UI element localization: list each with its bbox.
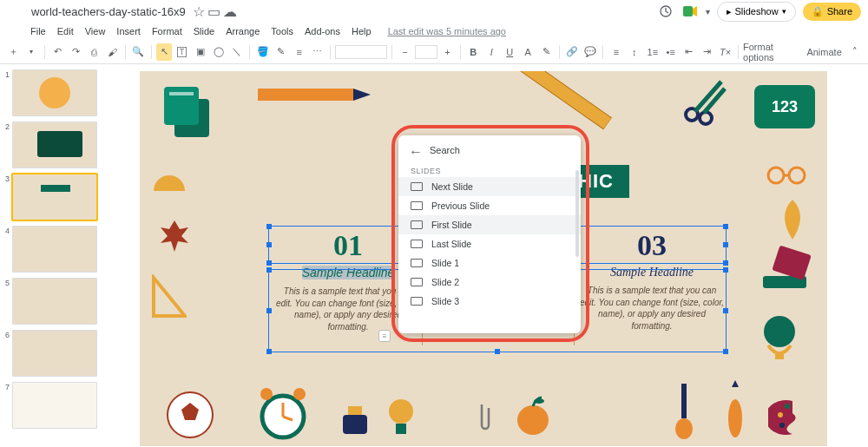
align-button[interactable]: ≡ <box>608 43 624 61</box>
slide-icon <box>411 182 423 191</box>
link-button[interactable]: 🔗 <box>564 43 581 61</box>
shape-tool[interactable]: ◯ <box>210 43 227 61</box>
underline-button[interactable]: U <box>502 43 518 61</box>
star-icon[interactable]: ☆ <box>194 6 204 16</box>
menu-addons[interactable]: Add-ons <box>305 26 340 36</box>
thumb-7[interactable] <box>12 382 97 429</box>
border-dash-button[interactable]: ⋯ <box>309 43 326 61</box>
slideshow-button[interactable]: ▸ Slideshow ▾ <box>717 2 796 22</box>
menu-insert[interactable]: Insert <box>116 26 141 36</box>
doc-title[interactable]: world-teachers-day-static-16x9 <box>31 5 186 18</box>
menu-arrange[interactable]: Arrange <box>226 26 260 36</box>
thumb-4[interactable] <box>12 226 97 273</box>
menu-format[interactable]: Format <box>152 26 182 36</box>
thumb-3[interactable] <box>12 174 97 220</box>
print-button[interactable]: ⎙ <box>86 43 102 61</box>
font-size-plus[interactable]: + <box>439 43 456 61</box>
protractor-icon <box>152 158 187 193</box>
animate-button[interactable]: Animate <box>806 47 841 57</box>
highlight-button[interactable]: ✎ <box>538 43 555 61</box>
toolbar-chevron-up-icon[interactable]: ˄ <box>847 43 863 61</box>
thumb-number: 7 <box>3 382 12 429</box>
zoom-button[interactable]: 🔍 <box>130 43 147 61</box>
thumb-2[interactable] <box>12 122 97 168</box>
menu-help[interactable]: Help <box>352 26 372 36</box>
ruler-triangle-icon <box>152 274 187 318</box>
meet-dropdown-icon[interactable]: ▾ <box>706 7 710 16</box>
alarm-clock-icon <box>253 382 313 443</box>
fill-color-button[interactable]: 🪣 <box>254 43 271 61</box>
search-item-slide-1[interactable]: Slide 1 <box>398 253 581 273</box>
canvas-area[interactable]: 123 NFOGRAPHIC 01 Sample Hea <box>104 64 868 447</box>
text-color-button[interactable]: A <box>520 43 536 61</box>
menu-view[interactable]: View <box>85 26 106 36</box>
apple-icon <box>513 394 553 437</box>
border-color-button[interactable]: ✎ <box>273 43 289 61</box>
slide-icon <box>411 220 423 229</box>
font-size-input[interactable] <box>415 45 437 59</box>
search-item-first-slide[interactable]: First Slide <box>398 215 581 234</box>
font-size-minus[interactable]: − <box>397 43 413 61</box>
search-label[interactable]: Search <box>430 145 460 155</box>
numbered-list-button[interactable]: 1≡ <box>644 43 661 61</box>
svg-rect-4 <box>169 92 194 95</box>
search-item-slide-2[interactable]: Slide 2 <box>398 273 581 292</box>
slide-icon <box>411 240 423 248</box>
history-icon[interactable] <box>657 3 674 20</box>
thumb-1[interactable] <box>12 69 97 116</box>
lightbulb-icon <box>386 396 416 439</box>
menu-tools[interactable]: Tools <box>271 26 293 36</box>
svg-rect-27 <box>775 354 784 359</box>
search-item-previous-slide[interactable]: Previous Slide <box>398 196 581 215</box>
thumbnail-panel[interactable]: 1 2 3 4 5 6 7 <box>0 64 104 447</box>
paint-format-button[interactable]: 🖌 <box>104 43 121 61</box>
play-icon: ▸ <box>727 6 732 17</box>
italic-button[interactable]: I <box>483 43 500 61</box>
svg-point-14 <box>260 388 273 400</box>
clear-format-button[interactable]: T× <box>717 43 733 61</box>
popup-scrollbar[interactable] <box>575 170 579 257</box>
line-tool[interactable]: ＼ <box>228 43 245 61</box>
menu-file[interactable]: File <box>30 26 46 36</box>
search-item-last-slide[interactable]: Last Slide <box>398 234 581 253</box>
textbox-tool[interactable]: 🅃 <box>174 43 190 61</box>
thumb-number: 1 <box>3 69 12 116</box>
undo-button[interactable]: ↶ <box>49 43 66 61</box>
border-weight-button[interactable]: ≡ <box>291 43 307 61</box>
format-options-button[interactable]: Format options <box>743 42 801 62</box>
bold-button[interactable]: B <box>465 43 482 61</box>
cloud-icon[interactable]: ☁ <box>225 6 235 16</box>
svg-point-34 <box>779 423 785 428</box>
indent-increase-button[interactable]: ⇥ <box>699 43 715 61</box>
comment-button[interactable]: 💬 <box>582 43 599 61</box>
indent-decrease-button[interactable]: ⇤ <box>681 43 697 61</box>
meet-icon[interactable] <box>681 3 699 20</box>
search-item-label: First Slide <box>431 220 472 230</box>
move-icon[interactable]: ▭ <box>209 6 220 16</box>
line-spacing-button[interactable]: ↕ <box>626 43 642 61</box>
svg-marker-10 <box>154 278 185 316</box>
search-item-slide-3[interactable]: Slide 3 <box>398 292 581 311</box>
back-arrow-icon[interactable]: ← <box>409 144 421 156</box>
select-tool[interactable]: ↖ <box>156 43 173 61</box>
new-slide-button[interactable]: ＋ <box>5 43 22 61</box>
thumb-6[interactable] <box>12 330 97 377</box>
bulleted-list-button[interactable]: •≡ <box>662 43 679 61</box>
search-item-next-slide[interactable]: Next Slide <box>398 177 581 196</box>
menu-slide[interactable]: Slide <box>194 26 214 36</box>
slideshow-label: Slideshow <box>735 6 779 16</box>
new-slide-dropdown-icon[interactable]: ▾ <box>23 43 40 61</box>
speaker-notes-handle-icon[interactable]: ≡ <box>378 330 391 342</box>
pen-icon <box>718 380 753 441</box>
thumb-5[interactable] <box>12 278 97 325</box>
share-button[interactable]: 🔒 Share <box>803 3 861 21</box>
redo-button[interactable]: ↷ <box>68 43 84 61</box>
menu-edit[interactable]: Edit <box>57 26 74 36</box>
last-edit-link[interactable]: Last edit was 5 minutes ago <box>388 26 506 36</box>
lock-icon: 🔒 <box>812 6 824 17</box>
svg-point-33 <box>785 404 790 409</box>
search-item-label: Slide 2 <box>431 277 459 287</box>
font-select[interactable] <box>335 45 387 59</box>
image-tool[interactable]: ▣ <box>192 43 208 61</box>
share-label: Share <box>827 6 852 16</box>
